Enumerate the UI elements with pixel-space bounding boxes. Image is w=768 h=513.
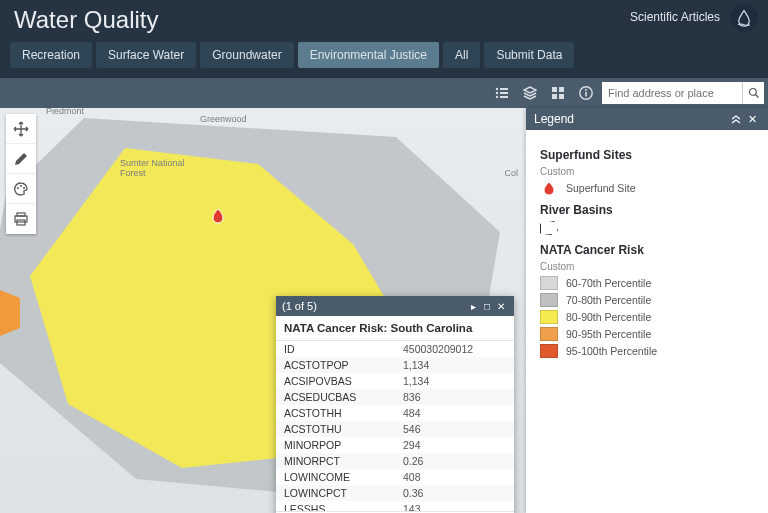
basin-swatch [540, 221, 558, 235]
attribute-row: ACSTOTHH484 [276, 405, 514, 421]
magnifier-icon [748, 87, 760, 99]
popup-close-button[interactable]: ✕ [494, 301, 508, 312]
tab-recreation[interactable]: Recreation [10, 42, 92, 68]
tab-environmental-justice[interactable]: Environmental Justice [298, 42, 439, 68]
search-button[interactable] [742, 82, 764, 104]
legend-close-button[interactable]: ✕ [744, 113, 760, 126]
attribute-table: ID450030209012ACSTOTPOP1,134ACSIPOVBAS1,… [276, 341, 514, 511]
tab-surface-water[interactable]: Surface Water [96, 42, 196, 68]
attribute-value: 143 [395, 501, 514, 511]
legend-nata-sub: Custom [540, 261, 754, 272]
app-title: Water Quality [14, 6, 158, 34]
legend-nata-item: 90-95th Percentile [540, 327, 754, 341]
draw-tool[interactable] [6, 144, 36, 174]
grid-button[interactable] [546, 81, 570, 105]
popup-maximize-button[interactable]: □ [480, 301, 494, 312]
search-input[interactable] [602, 82, 742, 104]
svg-point-0 [496, 88, 498, 90]
label-columbia: Col [504, 168, 518, 178]
legend-panel: Legend ✕ Superfund Sites Custom Superfun… [526, 108, 768, 513]
nata-label: 80-90th Percentile [566, 311, 651, 323]
svg-rect-9 [559, 94, 564, 99]
layers-icon [522, 85, 538, 101]
popup-counter: (1 of 5) [282, 300, 317, 312]
attribute-row: ACSEDUCBAS836 [276, 389, 514, 405]
chevron-double-up-icon [731, 114, 741, 124]
legend-superfund-sub: Custom [540, 166, 754, 177]
style-tool[interactable] [6, 174, 36, 204]
svg-rect-5 [500, 96, 508, 98]
search-container [602, 82, 764, 104]
svg-rect-8 [552, 94, 557, 99]
svg-point-17 [23, 187, 25, 189]
droplet-logo[interactable] [730, 4, 758, 32]
nata-label: 70-80th Percentile [566, 294, 651, 306]
superfund-icon [540, 181, 558, 195]
attribute-row: MINORPOP294 [276, 437, 514, 453]
legend-nata-heading: NATA Cancer Risk [540, 243, 754, 257]
attribute-key: ACSTOTPOP [276, 357, 395, 373]
legend-header[interactable]: Legend ✕ [526, 108, 768, 130]
attribute-row: MINORPCT0.26 [276, 453, 514, 469]
svg-point-12 [585, 89, 587, 91]
legend-nata-item: 95-100th Percentile [540, 344, 754, 358]
attribute-key: ACSTOTHH [276, 405, 395, 421]
legend-collapse-button[interactable] [728, 114, 744, 124]
attribute-key: LESSHS [276, 501, 395, 511]
nata-label: 60-70th Percentile [566, 277, 651, 289]
attribute-value: 408 [395, 469, 514, 485]
svg-point-15 [17, 187, 19, 189]
tab-submit-data[interactable]: Submit Data [484, 42, 574, 68]
legend-nata-item: 80-90th Percentile [540, 310, 754, 324]
nata-swatch [540, 310, 558, 324]
pencil-icon [13, 151, 29, 167]
attribute-value: 1,134 [395, 357, 514, 373]
attribute-value: 1,134 [395, 373, 514, 389]
legend-nata-item: 60-70th Percentile [540, 276, 754, 290]
pan-tool[interactable] [6, 114, 36, 144]
scientific-articles-link[interactable]: Scientific Articles [630, 10, 720, 24]
attribute-key: MINORPCT [276, 453, 395, 469]
feature-popup: (1 of 5) ▸ □ ✕ NATA Cancer Risk: South C… [276, 296, 514, 513]
nata-swatch [540, 276, 558, 290]
print-tool[interactable] [6, 204, 36, 234]
attribute-key: LOWINCOME [276, 469, 395, 485]
svg-rect-7 [559, 87, 564, 92]
tab-strip: Recreation Surface Water Groundwater Env… [10, 42, 574, 68]
info-button[interactable] [574, 81, 598, 105]
attribute-value: 450030209012 [395, 341, 514, 357]
popup-header[interactable]: (1 of 5) ▸ □ ✕ [276, 296, 514, 316]
svg-rect-6 [552, 87, 557, 92]
attribute-row: ID450030209012 [276, 341, 514, 357]
popup-body[interactable]: ID450030209012ACSTOTPOP1,134ACSIPOVBAS1,… [276, 341, 514, 511]
attribute-value: 0.36 [395, 485, 514, 501]
tool-palette [6, 114, 36, 234]
nata-label: 90-95th Percentile [566, 328, 651, 340]
map-toolbar [0, 78, 768, 108]
nata-swatch [540, 344, 558, 358]
legend-superfund-item: Superfund Site [540, 181, 754, 195]
superfund-marker[interactable] [210, 208, 226, 224]
superfund-icon [210, 208, 226, 224]
arrows-icon [13, 121, 29, 137]
legend-button[interactable] [490, 81, 514, 105]
nata-swatch [540, 327, 558, 341]
svg-rect-1 [500, 88, 508, 90]
svg-point-16 [20, 185, 22, 187]
attribute-row: LOWINCOME408 [276, 469, 514, 485]
attribute-key: ACSTOTHU [276, 421, 395, 437]
tab-all[interactable]: All [443, 42, 480, 68]
printer-icon [13, 211, 29, 227]
attribute-key: ACSIPOVBAS [276, 373, 395, 389]
label-greenwood: Greenwood [200, 114, 247, 124]
attribute-value: 836 [395, 389, 514, 405]
attribute-row: LOWINCPCT0.36 [276, 485, 514, 501]
popup-prev-button[interactable]: ▸ [466, 301, 480, 312]
attribute-key: MINORPOP [276, 437, 395, 453]
legend-superfund-heading: Superfund Sites [540, 148, 754, 162]
tab-groundwater[interactable]: Groundwater [200, 42, 293, 68]
attribute-key: ID [276, 341, 395, 357]
legend-nata-item: 70-80th Percentile [540, 293, 754, 307]
layers-button[interactable] [518, 81, 542, 105]
attribute-value: 546 [395, 421, 514, 437]
